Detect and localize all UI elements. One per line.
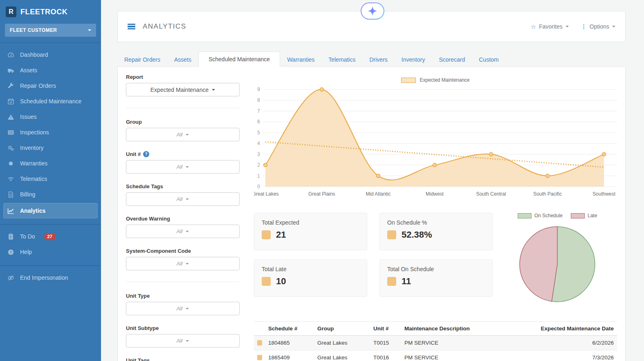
dashboard-icon: [7, 51, 14, 58]
dot-icon: [7, 160, 14, 167]
options-dropdown[interactable]: ⋮ Options: [581, 23, 615, 30]
column-header: Unit #: [373, 322, 404, 336]
filter-select-value: All: [177, 196, 182, 202]
filter-select[interactable]: All: [126, 225, 240, 238]
svg-text:Midwest: Midwest: [426, 191, 444, 197]
chevron-down-icon: [186, 134, 189, 136]
stat-card-total-on-schedule: Total On Schedule11: [379, 259, 493, 297]
table-row[interactable]: 1804865Great LakesT0015PM SERVICE6/2/202…: [254, 336, 617, 350]
filter-system-component-code: System-Component CodeAll: [126, 248, 240, 270]
sidebar-item-warranties[interactable]: Warranties: [0, 156, 101, 171]
filter-select[interactable]: All: [126, 257, 240, 270]
filter-label: Unit #?: [126, 151, 240, 157]
filter-select[interactable]: All: [126, 160, 240, 174]
sidebar-item-label: Warranties: [20, 160, 47, 167]
customer-selector-dropdown[interactable]: FLEET CUSTOMER: [5, 24, 96, 37]
sidebar-item-scheduled-maintenance[interactable]: Scheduled Maintenance: [0, 94, 101, 109]
tab-repair-orders[interactable]: Repair Orders: [117, 53, 167, 66]
sidebar-item-inspections[interactable]: Inspections: [0, 125, 101, 140]
stat-card-on-schedule-: On Schedule %52.38%: [379, 213, 493, 250]
filter-report: Report Expected Maintenance: [126, 74, 240, 96]
sidebar-item-issues[interactable]: Issues: [0, 109, 101, 125]
app-logo: R FLEETROCK: [0, 0, 101, 21]
legend-swatch: [571, 213, 585, 218]
sidebar-item-help[interactable]: ?Help: [0, 244, 101, 260]
sidebar-divider: [0, 224, 101, 225]
report-content: Expected Maintenance 0123456789Great Lak…: [254, 67, 617, 361]
table-cell: Great Lakes: [317, 350, 373, 361]
page-title: ANALYTICS: [143, 22, 186, 31]
tab-custom[interactable]: Custom: [472, 53, 505, 66]
chevron-down-icon: [186, 198, 189, 200]
filter-unit-type: Unit TypeAll: [126, 293, 240, 315]
stat-value: 21: [276, 230, 286, 240]
sidebar-item-label: End Impersonation: [20, 274, 68, 281]
tab-scheduled-maintenance[interactable]: Scheduled Maintenance: [198, 51, 280, 67]
tab-warranties[interactable]: Warranties: [280, 53, 321, 66]
sidebar-nav-footer: End Impersonation: [0, 270, 101, 285]
sidebar-item-label: Inventory: [20, 145, 44, 151]
sidebar-item-telematics[interactable]: Telematics: [0, 171, 101, 187]
chevron-down-icon: [186, 340, 189, 342]
svg-text:2: 2: [257, 162, 260, 168]
filter-select[interactable]: All: [126, 302, 240, 315]
filter-label: Overdue Warning: [126, 216, 240, 222]
svg-text:5: 5: [257, 130, 260, 136]
sidebar-item-inventory[interactable]: Inventory: [0, 140, 101, 156]
stat-swatch-icon: [262, 230, 271, 239]
chevron-down-icon: [186, 263, 189, 265]
pie-chart-block: On ScheduleLate: [498, 213, 617, 305]
chevron-down-icon: [612, 26, 615, 27]
tab-inventory[interactable]: Inventory: [395, 53, 432, 66]
sidebar-item-to-do[interactable]: To Do27: [0, 229, 101, 244]
stat-card-total-expected: Total Expected21: [254, 213, 367, 250]
table-header-row: Schedule # Group Unit # Maintenance Desc…: [254, 322, 617, 336]
menu-toggle-icon[interactable]: [128, 24, 135, 30]
report-select[interactable]: Expected Maintenance: [126, 83, 240, 96]
stat-swatch-icon: [387, 230, 396, 239]
filter-overdue-warning: Overdue WarningAll: [126, 216, 240, 238]
sidebar-item-analytics[interactable]: Analytics: [3, 203, 98, 218]
filter-select[interactable]: All: [126, 128, 240, 141]
tab-assets[interactable]: Assets: [167, 53, 198, 66]
favorites-label: Favorites: [539, 23, 563, 30]
filter-select-value: All: [177, 338, 182, 344]
tab-drivers[interactable]: Drivers: [362, 53, 394, 66]
table-row[interactable]: 1865409Great LakesT0016PM SERVICE7/3/202…: [254, 350, 617, 361]
stat-value: 52.38%: [402, 230, 432, 240]
logo-icon: R: [6, 7, 16, 17]
table-cell: 1804865: [268, 336, 317, 350]
sidebar-item-repair-orders[interactable]: Repair Orders: [0, 78, 101, 94]
help-icon[interactable]: ?: [143, 151, 149, 157]
tab-scorecard[interactable]: Scorecard: [432, 53, 472, 66]
sparkle-icon: [361, 3, 384, 19]
analytics-tabs: Repair OrdersAssetsScheduled Maintenance…: [117, 53, 626, 66]
tab-telematics[interactable]: Telematics: [321, 53, 362, 66]
stat-label: Total Expected: [262, 219, 359, 226]
svg-text:9: 9: [257, 87, 260, 92]
legend-label: On Schedule: [534, 213, 563, 218]
table-cell: T0016: [373, 350, 404, 361]
table-cell: 1865409: [268, 350, 317, 361]
sidebar-item-billing[interactable]: Billing: [0, 187, 101, 202]
svg-text:South Pacific: South Pacific: [533, 191, 562, 197]
sidebar-item-dashboard[interactable]: Dashboard: [0, 47, 101, 62]
favorites-dropdown[interactable]: ☆ Favorites: [531, 23, 569, 30]
chevron-down-icon: [212, 89, 215, 91]
ai-assistant-button[interactable]: [361, 2, 384, 20]
pie-chart-legend: On ScheduleLate: [518, 213, 597, 218]
filter-select[interactable]: All: [126, 192, 240, 206]
eye-slash-icon: [7, 274, 14, 281]
filter-select-value: All: [177, 305, 182, 312]
scheduled-maintenance-panel: Report Expected Maintenance GroupAllUnit…: [117, 66, 626, 361]
filter-select[interactable]: All: [126, 334, 240, 348]
sidebar-item-assets[interactable]: Assets: [0, 62, 101, 78]
truck-icon: [7, 67, 14, 74]
wrench-icon: [7, 82, 14, 89]
wifi-icon: [7, 176, 14, 183]
sidebar-item-label: Inspections: [20, 129, 49, 136]
sidebar-item-end-impersonation[interactable]: End Impersonation: [0, 270, 101, 285]
chevron-down-icon: [186, 308, 189, 310]
sidebar-item-label: Help: [20, 249, 32, 255]
chevron-down-icon: [186, 231, 189, 232]
